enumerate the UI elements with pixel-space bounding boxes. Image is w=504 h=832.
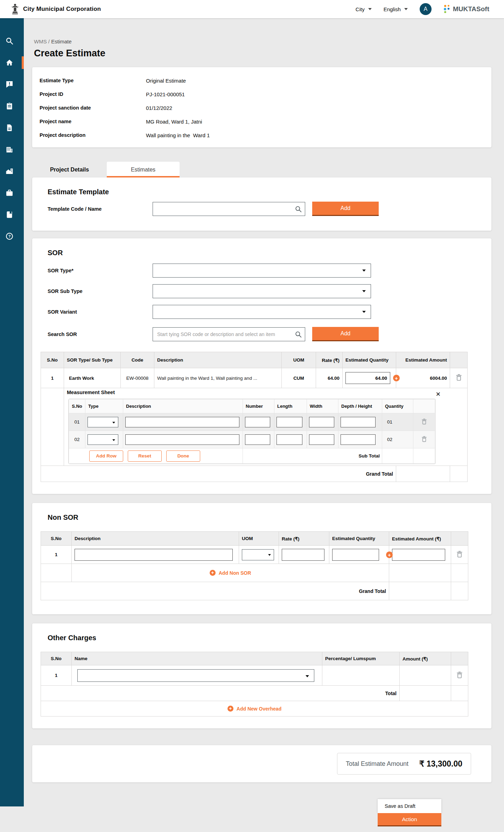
- description-cell: [72, 546, 239, 564]
- search-icon: [295, 206, 302, 214]
- measurement-depth-input[interactable]: [341, 434, 376, 445]
- measurement-depth-input[interactable]: [341, 417, 376, 427]
- sor-variant-select[interactable]: [153, 305, 371, 319]
- measurement-sheet-panel: S.No Type Description Number Length Widt…: [68, 399, 436, 464]
- top-header: City Municipal Corporation City English …: [0, 0, 504, 18]
- sor-sub-type-select[interactable]: [153, 284, 371, 298]
- column-header: [451, 652, 468, 665]
- description-cell: [123, 413, 243, 431]
- sidebar-item-documents[interactable]: [0, 117, 24, 139]
- sidebar-item-search[interactable]: [0, 30, 24, 52]
- measurement-length-input[interactable]: [276, 417, 302, 427]
- add-non-sor-button[interactable]: + Add Non SOR: [210, 570, 251, 576]
- estimated-amount-cell: 6004.00: [396, 368, 450, 388]
- sidebar-item-grievance[interactable]: [0, 74, 24, 95]
- chevron-down-icon: [368, 8, 372, 10]
- sno-cell: 1: [41, 368, 64, 388]
- add-overhead-row: + Add New Overhead: [41, 701, 468, 716]
- estimate-template-heading: Estimate Template: [48, 188, 491, 196]
- trash-icon: [422, 436, 427, 442]
- field-value: PJ-1021-000051: [146, 91, 185, 97]
- template-search-box: [153, 202, 305, 216]
- delete-row-button[interactable]: [456, 550, 463, 559]
- measurement-width-input[interactable]: [309, 434, 334, 445]
- column-header: Code: [121, 352, 154, 368]
- add-measurement-icon[interactable]: +: [386, 551, 393, 558]
- field-label: Project name: [40, 119, 146, 125]
- project-row: Project name MG Road, Ward 1, Jatni: [40, 119, 491, 125]
- add-new-overhead-label: Add New Overhead: [237, 706, 281, 712]
- chevron-down-icon: [268, 554, 271, 556]
- add-new-overhead-button[interactable]: + Add New Overhead: [227, 706, 281, 712]
- delete-row-button[interactable]: [421, 418, 427, 426]
- non-sor-description-input[interactable]: [75, 549, 233, 561]
- non-sor-amount-input[interactable]: [392, 549, 445, 561]
- measurement-type-select[interactable]: [88, 434, 118, 445]
- column-header: Number: [243, 399, 274, 413]
- sidebar-item-help[interactable]: ?: [0, 225, 24, 247]
- non-sor-rate-input[interactable]: [282, 549, 324, 561]
- search-icon: [295, 331, 302, 339]
- user-avatar[interactable]: A: [420, 3, 432, 15]
- add-row-button[interactable]: Add Row: [89, 450, 123, 462]
- project-row: Project sanction date 01/12/2022: [40, 105, 491, 111]
- delete-row-button[interactable]: [421, 435, 427, 444]
- row-actions-cell: [450, 368, 468, 388]
- add-measurement-icon[interactable]: +: [393, 375, 400, 382]
- overhead-name-select[interactable]: [77, 669, 314, 682]
- rate-cell: 64.00: [316, 368, 343, 388]
- column-header: [451, 532, 468, 546]
- sor-type-select[interactable]: [153, 264, 371, 278]
- sor-add-button[interactable]: Add: [312, 327, 379, 341]
- width-cell: [307, 431, 338, 448]
- template-add-button[interactable]: Add: [312, 202, 379, 216]
- sidebar-item-works[interactable]: [0, 182, 24, 204]
- language-dropdown[interactable]: English: [384, 6, 408, 12]
- delete-row-button[interactable]: [456, 671, 463, 680]
- column-header: SOR Type/ Sub Type: [64, 352, 121, 368]
- template-search-input[interactable]: [153, 202, 305, 216]
- delete-row-button[interactable]: [455, 373, 462, 383]
- sidebar-item-projects[interactable]: [0, 160, 24, 182]
- sno-cell: 01: [69, 413, 85, 431]
- grand-total-label: Grand Total: [41, 582, 389, 600]
- non-sor-uom-select[interactable]: [242, 549, 274, 560]
- done-button[interactable]: Done: [166, 450, 200, 462]
- estimated-quantity-cell: +: [343, 368, 396, 388]
- sidebar-item-checklist[interactable]: [0, 95, 24, 117]
- non-sor-quantity-input[interactable]: [332, 549, 379, 561]
- tab-estimates[interactable]: Estimates: [107, 162, 180, 177]
- project-row: Project ID PJ-1021-000051: [40, 91, 491, 97]
- description-cell: Wall painting in the Ward 1, Wall painti…: [154, 368, 282, 388]
- sor-search-input[interactable]: [153, 328, 305, 341]
- tab-project-details[interactable]: Project Details: [32, 162, 107, 177]
- amount-cell: [400, 665, 451, 686]
- measurement-length-input[interactable]: [276, 434, 302, 445]
- measurement-number-input[interactable]: [245, 417, 270, 427]
- column-header: [450, 352, 468, 368]
- briefcase-icon: [5, 189, 14, 197]
- building-icon: [5, 145, 14, 154]
- uom-cell: CUM: [282, 368, 316, 388]
- field-label: Project sanction date: [40, 105, 146, 111]
- sidebar-item-masters[interactable]: [0, 204, 24, 225]
- rate-cell: [279, 546, 329, 564]
- action-button[interactable]: Action: [378, 813, 441, 826]
- measurement-description-input[interactable]: [125, 434, 239, 445]
- city-dropdown[interactable]: City: [356, 6, 372, 12]
- sidebar-item-organisation[interactable]: [0, 139, 24, 160]
- measurement-number-input[interactable]: [245, 434, 270, 445]
- brand-name: MUKTASoft: [453, 5, 489, 13]
- close-icon[interactable]: ✕: [434, 390, 443, 398]
- measurement-width-input[interactable]: [309, 417, 334, 427]
- measurement-type-select[interactable]: [88, 417, 118, 427]
- reset-button[interactable]: Reset: [128, 450, 162, 462]
- sidebar-item-home[interactable]: [0, 52, 24, 74]
- breadcrumb-root[interactable]: WMS: [34, 39, 47, 44]
- field-value: Wall painting in the Ward 1: [146, 132, 210, 138]
- length-cell: [274, 413, 307, 431]
- measurement-description-input[interactable]: [125, 417, 239, 427]
- save-as-draft-menu-item[interactable]: Save as Draft: [378, 799, 441, 813]
- estimated-quantity-input[interactable]: [345, 372, 390, 384]
- total-label: Total: [41, 686, 400, 701]
